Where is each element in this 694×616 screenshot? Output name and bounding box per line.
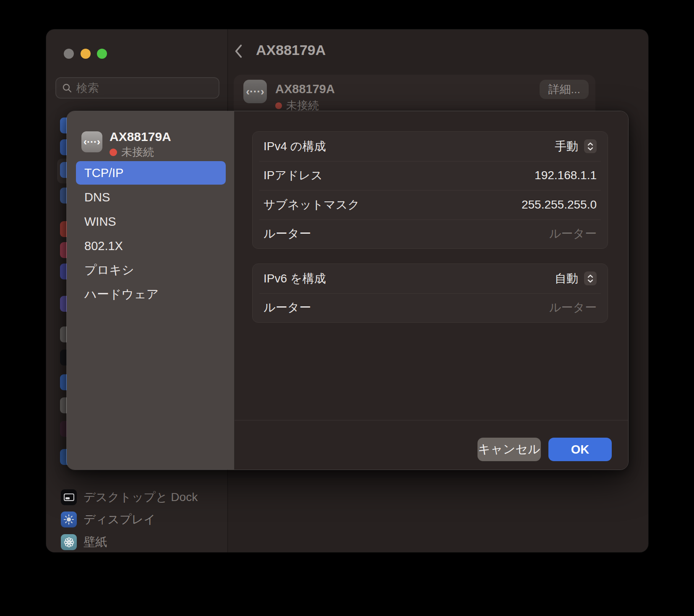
ipv6-config-value: 自動 <box>555 271 578 287</box>
status-dot <box>275 102 282 109</box>
ipv4-group: IPv4 の構成 手動 IPアドレス 192.168.1.1 <box>252 131 608 249</box>
status-dot <box>110 149 117 156</box>
sidebar-item-display[interactable]: ディスプレイ <box>61 512 156 527</box>
details-button[interactable]: 詳細... <box>540 80 589 99</box>
ip-address-label: IPアドレス <box>264 167 323 183</box>
network-adapter-icon: ‹···› <box>81 131 102 152</box>
subnet-mask-field[interactable]: 255.255.255.0 <box>522 198 597 211</box>
footer-divider <box>235 420 628 420</box>
ip-address-row: IPアドレス 192.168.1.1 <box>253 161 608 191</box>
chevron-left-icon <box>234 44 243 58</box>
tcpip-sheet: ‹···› AX88179A 未接続 TCP/IP DNS WINS 802.1… <box>66 111 629 470</box>
ipv4-router-row: ルーター ルーター <box>253 219 608 249</box>
ipv4-config-row: IPv4 の構成 手動 <box>253 132 608 161</box>
ipv4-config-value: 手動 <box>555 138 578 154</box>
cancel-button[interactable]: キャンセル <box>477 438 541 461</box>
ipv6-router-row: ルーター ルーター <box>253 293 608 323</box>
settings-window: 検索 デスクトップと Dock <box>46 29 648 552</box>
search-placeholder: 検索 <box>76 81 99 96</box>
device-name: AX88179A <box>275 82 335 96</box>
search-icon <box>62 83 72 93</box>
ok-button[interactable]: OK <box>548 438 612 461</box>
ipv6-config-popup-button[interactable] <box>584 271 597 285</box>
sidebar-item-label: 壁紙 <box>83 534 107 550</box>
window-close-button[interactable] <box>64 49 74 59</box>
sidebar-item-wallpaper[interactable]: 壁紙 <box>61 534 107 550</box>
sheet-sidebar: ‹···› AX88179A 未接続 TCP/IP DNS WINS 802.1… <box>67 111 235 470</box>
ipv4-router-label: ルーター <box>264 226 311 242</box>
tab-wins[interactable]: WINS <box>76 210 226 233</box>
wallpaper-icon <box>61 534 77 550</box>
ipv4-router-field[interactable]: ルーター <box>549 226 597 242</box>
ipv6-config-row: IPv6 を構成 自動 <box>253 264 608 293</box>
ipv6-router-field[interactable]: ルーター <box>549 300 597 316</box>
subnet-mask-label: サブネットマスク <box>264 197 360 213</box>
ipv6-config-label: IPv6 を構成 <box>264 271 326 287</box>
page-title: AX88179A <box>256 42 326 58</box>
tab-8021x[interactable]: 802.1X <box>76 234 226 258</box>
sidebar-item-desktop-dock[interactable]: デスクトップと Dock <box>61 489 198 505</box>
back-button[interactable] <box>234 44 246 59</box>
window-zoom-button[interactable] <box>97 49 107 59</box>
search-input[interactable]: 検索 <box>55 77 219 99</box>
network-adapter-icon: ‹···› <box>243 80 267 103</box>
tab-dns[interactable]: DNS <box>76 185 226 209</box>
adapter-name: AX88179A <box>110 130 171 144</box>
tab-hardware[interactable]: ハードウェア <box>76 283 226 306</box>
tab-tcpip[interactable]: TCP/IP <box>76 161 226 185</box>
ipv4-config-label: IPv4 の構成 <box>264 138 326 154</box>
window-minimize-button[interactable] <box>81 49 91 59</box>
sheet-tab-list: TCP/IP DNS WINS 802.1X プロキシ ハードウェア <box>76 161 226 306</box>
up-down-chevrons-icon <box>587 274 594 284</box>
sidebar-item-label: デスクトップと Dock <box>83 489 198 505</box>
ipv4-config-popup-button[interactable] <box>584 139 597 153</box>
status-text: 未接続 <box>121 145 154 159</box>
subnet-mask-row: サブネットマスク 255.255.255.0 <box>253 190 608 219</box>
ip-address-field[interactable]: 192.168.1.1 <box>535 169 597 182</box>
ipv6-router-label: ルーター <box>264 300 311 316</box>
desktop-dock-icon <box>61 489 77 505</box>
sidebar-item-label: ディスプレイ <box>83 512 156 527</box>
ipv6-group: IPv6 を構成 自動 ルーター ルーター <box>252 264 608 323</box>
up-down-chevrons-icon <box>587 141 594 151</box>
sheet-content: IPv4 の構成 手動 IPアドレス 192.168.1.1 <box>235 111 628 470</box>
display-icon <box>61 512 77 527</box>
tab-proxy[interactable]: プロキシ <box>76 258 226 282</box>
